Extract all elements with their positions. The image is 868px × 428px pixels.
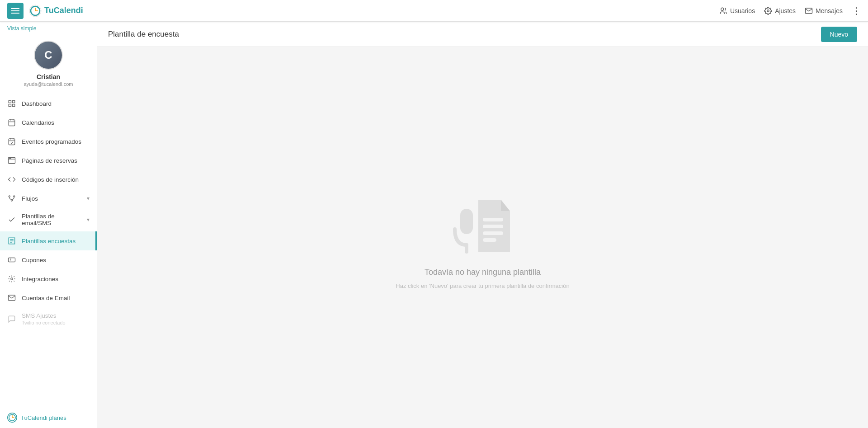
sidebar-item-label: Calendarios	[22, 119, 54, 126]
tucalendi-planes-link[interactable]: TuCalendi planes	[0, 407, 97, 428]
svg-rect-35	[483, 231, 503, 235]
svg-rect-7	[9, 104, 11, 107]
mail-icon	[7, 293, 16, 302]
svg-rect-12	[9, 139, 15, 145]
main-header: Plantilla de encuesta Nuevo	[97, 22, 868, 47]
sidebar: Vista simple C Cristian ayuda@tucalendi.…	[0, 22, 97, 428]
mensajes-button[interactable]: Mensajes	[805, 7, 843, 15]
sidebar-item-dashboard[interactable]: Dashboard	[0, 94, 97, 113]
sidebar-item-paginas-reservas[interactable]: Páginas de reservas	[0, 151, 97, 170]
sidebar-item-cuentas-email[interactable]: Cuentas de Email	[0, 288, 97, 307]
avatar: C	[34, 41, 63, 70]
svg-rect-5	[13, 100, 15, 103]
usuarios-label: Usuarios	[730, 7, 755, 14]
svg-rect-33	[483, 218, 503, 221]
profile-email: ayuda@tucalendi.com	[24, 81, 73, 87]
coupon-icon	[7, 255, 16, 264]
svg-rect-8	[9, 120, 15, 126]
topnav: TuCalendi Usuarios Ajustes Mensajes ⋮	[0, 0, 868, 22]
nuevo-button[interactable]: Nuevo	[821, 27, 857, 42]
sidebar-item-codigos-insercion[interactable]: Códigos de inserción	[0, 170, 97, 189]
empty-state-description: Haz click en 'Nuevo' para crear tu prime…	[396, 282, 569, 289]
view-simple-link[interactable]: Vista simple	[0, 22, 97, 35]
calendar-check-icon	[7, 137, 16, 146]
sms-sub-text: Twilio no conectado	[22, 320, 66, 325]
topnav-right: Usuarios Ajustes Mensajes ⋮	[719, 5, 861, 16]
sidebar-item-cupones[interactable]: Cupones	[0, 250, 97, 269]
tucalendi-planes-logo-icon	[7, 413, 17, 423]
flow-icon	[7, 194, 16, 203]
sidebar-item-label: Plantillas encuestas	[22, 238, 75, 245]
integration-icon	[7, 274, 16, 283]
browser-icon	[7, 156, 16, 165]
svg-rect-36	[483, 238, 496, 242]
mensajes-icon	[805, 7, 813, 15]
main-content: Plantilla de encuesta Nuevo	[97, 22, 868, 428]
svg-rect-4	[9, 100, 11, 103]
page-title: Plantilla de encuesta	[108, 30, 179, 39]
empty-state: Todavía no hay ninguna plantilla Haz cli…	[396, 186, 569, 289]
svg-point-28	[11, 278, 13, 280]
logo-text: TuCalendi	[44, 6, 83, 15]
sidebar-item-eventos-programados[interactable]: Eventos programados	[0, 132, 97, 151]
sidebar-nav: Dashboard Calendarios Eventos programado…	[0, 94, 97, 407]
sidebar-item-flujos[interactable]: Flujos ▾	[0, 189, 97, 208]
svg-point-19	[10, 158, 11, 159]
svg-rect-34	[483, 225, 503, 228]
usuarios-button[interactable]: Usuarios	[719, 7, 755, 15]
empty-state-icon	[447, 186, 519, 259]
chevron-down-icon: ▾	[87, 216, 90, 223]
sidebar-item-label: Plantillas de email/SMS	[22, 213, 81, 226]
chat-icon	[7, 315, 16, 324]
main-body: Todavía no hay ninguna plantilla Haz cli…	[97, 47, 868, 428]
chevron-down-icon: ▾	[87, 195, 90, 202]
topnav-left: TuCalendi	[7, 3, 83, 19]
mensajes-label: Mensajes	[816, 7, 843, 14]
svg-point-22	[11, 200, 13, 201]
svg-point-20	[9, 196, 10, 197]
profile-name: Cristian	[37, 73, 60, 80]
more-options-button[interactable]: ⋮	[852, 5, 861, 16]
svg-point-3	[767, 9, 769, 12]
svg-point-21	[14, 196, 15, 197]
sidebar-item-label: Integraciones	[22, 276, 58, 282]
tucalendi-planes-label: TuCalendi planes	[21, 414, 66, 421]
svg-rect-6	[13, 104, 15, 107]
usuarios-icon	[719, 7, 727, 15]
svg-point-18	[9, 158, 10, 159]
ajustes-button[interactable]: Ajustes	[764, 7, 796, 15]
empty-state-title: Todavía no hay ninguna plantilla	[425, 268, 541, 277]
sidebar-item-label: Dashboard	[22, 100, 52, 107]
sidebar-item-label: Páginas de reservas	[22, 157, 77, 164]
svg-rect-31	[460, 209, 473, 234]
sidebar-item-label: Eventos programados	[22, 138, 81, 145]
code-icon	[7, 175, 16, 184]
sidebar-item-calendarios[interactable]: Calendarios	[0, 113, 97, 132]
svg-rect-26	[9, 258, 15, 262]
sidebar-item-label: Cupones	[22, 257, 46, 263]
sidebar-item-sms-ajustes[interactable]: SMS Ajustes Twilio no conectado	[0, 307, 97, 331]
sidebar-item-label: SMS Ajustes Twilio no conectado	[22, 312, 66, 326]
sidebar-item-label: Flujos	[22, 195, 38, 202]
ajustes-label: Ajustes	[775, 7, 796, 14]
sidebar-item-label: Códigos de inserción	[22, 176, 79, 183]
hamburger-icon	[11, 10, 19, 11]
ajustes-icon	[764, 7, 772, 15]
logo-icon	[29, 5, 42, 17]
logo-area: TuCalendi	[29, 5, 83, 17]
hamburger-button[interactable]	[7, 3, 24, 19]
calendar-icon	[7, 118, 16, 127]
sidebar-item-integraciones[interactable]: Integraciones	[0, 269, 97, 288]
survey-icon	[7, 236, 16, 245]
grid-icon	[7, 99, 16, 108]
sidebar-item-label: Cuentas de Email	[22, 295, 70, 301]
sidebar-profile: C Cristian ayuda@tucalendi.com	[0, 35, 97, 94]
sidebar-item-plantillas-email-sms[interactable]: Plantillas de email/SMS ▾	[0, 208, 97, 231]
svg-point-2	[721, 8, 724, 10]
app-body: Vista simple C Cristian ayuda@tucalendi.…	[0, 22, 868, 428]
sidebar-item-plantillas-encuestas[interactable]: Plantillas encuestas	[0, 231, 97, 250]
check-badge-icon	[7, 215, 16, 224]
